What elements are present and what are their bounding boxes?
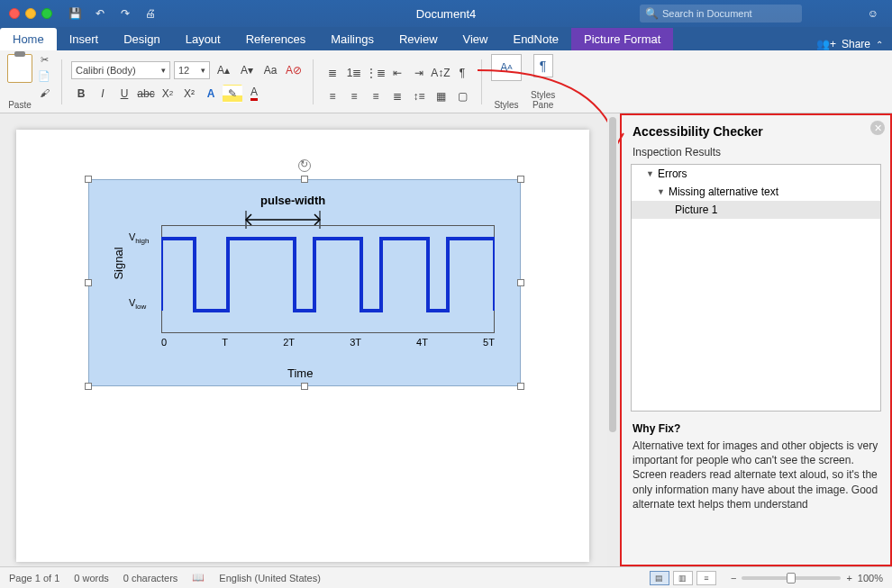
chart-vhigh: Vhigh — [129, 231, 149, 245]
line-spacing-icon[interactable]: ↕≡ — [409, 87, 429, 105]
styles-gallery[interactable]: AA Styles — [491, 54, 522, 110]
sort-icon[interactable]: A↕Z — [431, 64, 451, 82]
decrease-font-icon[interactable]: A▾ — [237, 61, 257, 79]
errors-label: Errors — [658, 167, 687, 180]
tab-references[interactable]: References — [233, 28, 318, 50]
selected-picture[interactable]: pulse-width Signal Time Vhigh Vlow — [88, 179, 521, 386]
italic-button[interactable]: I — [93, 85, 113, 103]
maximize-window-button[interactable] — [41, 8, 52, 19]
increase-indent-icon[interactable]: ⇥ — [409, 64, 429, 82]
tab-view[interactable]: View — [451, 28, 501, 50]
underline-button[interactable]: U — [114, 85, 134, 103]
align-right-icon[interactable]: ≡ — [366, 87, 386, 105]
paste-label: Paste — [8, 100, 32, 110]
align-center-icon[interactable]: ≡ — [344, 87, 364, 105]
resize-handle-tr[interactable] — [517, 176, 524, 183]
tab-design[interactable]: Design — [111, 28, 172, 50]
subscript-button[interactable]: X2 — [158, 85, 177, 103]
share-button[interactable]: 👥+ Share ⌃ — [816, 38, 883, 50]
clear-formatting-icon[interactable]: A⊘ — [284, 61, 304, 79]
status-language[interactable]: English (United States) — [219, 573, 321, 583]
print-icon[interactable]: 🖨 — [141, 4, 160, 23]
quick-access-toolbar: 💾 ↶ ↷ 🖨 — [65, 4, 160, 23]
resize-handle-tl[interactable] — [85, 176, 92, 183]
tree-errors[interactable]: ▼Errors — [632, 165, 880, 183]
spellcheck-icon[interactable]: 📖 — [192, 572, 205, 583]
outline-view-icon[interactable]: ≡ — [696, 571, 716, 585]
cut-icon[interactable]: ✂ — [36, 54, 52, 67]
tree-missing-alt[interactable]: ▼Missing alternative text — [632, 183, 880, 201]
strikethrough-button[interactable]: abc — [136, 85, 156, 103]
zoom-out-button[interactable]: − — [731, 573, 736, 583]
text-effects-icon[interactable]: A — [201, 85, 221, 103]
zoom-value[interactable]: 100% — [858, 573, 883, 583]
format-painter-icon[interactable]: 🖌 — [36, 86, 52, 99]
paste-button[interactable]: Paste — [7, 54, 32, 110]
justify-icon[interactable]: ≣ — [387, 87, 407, 105]
status-words[interactable]: 0 words — [74, 573, 109, 583]
document-area[interactable]: pulse-width Signal Time Vhigh Vlow — [0, 113, 620, 566]
resize-handle-tm[interactable] — [301, 176, 308, 183]
status-page[interactable]: Page 1 of 1 — [9, 573, 59, 583]
tab-picture-format[interactable]: Picture Format — [571, 28, 673, 50]
tab-home[interactable]: Home — [0, 28, 57, 50]
close-window-button[interactable] — [9, 8, 20, 19]
change-case-icon[interactable]: Aa — [260, 61, 280, 79]
align-left-icon[interactable]: ≡ — [323, 87, 342, 105]
superscript-button[interactable]: X² — [179, 85, 199, 103]
web-layout-view-icon[interactable]: ▥ — [673, 571, 693, 585]
status-chars[interactable]: 0 characters — [123, 573, 178, 583]
styles-pane-button[interactable]: ¶ Styles Pane — [531, 54, 555, 110]
save-icon[interactable]: 💾 — [65, 4, 85, 23]
bold-button[interactable]: B — [71, 85, 91, 103]
decrease-indent-icon[interactable]: ⇤ — [387, 64, 407, 82]
results-tree[interactable]: ▼Errors ▼Missing alternative text Pictur… — [631, 164, 881, 412]
feedback-icon[interactable]: ☺ — [863, 4, 883, 23]
print-layout-view-icon[interactable]: ▤ — [650, 571, 669, 585]
page[interactable]: pulse-width Signal Time Vhigh Vlow — [16, 130, 589, 562]
tree-item-picture1[interactable]: Picture 1 — [632, 201, 880, 219]
search-icon: 🔍 — [645, 7, 659, 20]
multilevel-list-icon[interactable]: ⋮≣ — [366, 64, 386, 82]
show-marks-icon[interactable]: ¶ — [452, 64, 472, 82]
chevron-down-icon: ▾ — [201, 66, 205, 75]
zoom-in-button[interactable]: + — [846, 573, 851, 583]
close-panel-button[interactable]: ✕ — [870, 121, 885, 135]
scrollbar-thumb[interactable] — [609, 117, 616, 432]
zoom-thumb[interactable] — [787, 573, 796, 583]
panel-subtitle: Inspection Results — [622, 144, 890, 164]
bullets-icon[interactable]: ≣ — [323, 64, 342, 82]
increase-font-icon[interactable]: A▴ — [214, 61, 233, 79]
ribbon: Paste ✂ 📄 🖌 Calibri (Body)▾ 12▾ A▴ A▾ Aa… — [0, 50, 892, 113]
resize-handle-br[interactable] — [517, 383, 524, 390]
tab-layout[interactable]: Layout — [173, 28, 233, 50]
borders-icon[interactable]: ▢ — [452, 87, 472, 105]
resize-handle-ml[interactable] — [85, 279, 92, 286]
search-input[interactable] — [662, 8, 796, 19]
tab-insert[interactable]: Insert — [57, 28, 112, 50]
collapse-ribbon-icon[interactable]: ⌃ — [876, 40, 883, 50]
zoom-slider[interactable] — [742, 576, 841, 580]
tab-mailings[interactable]: Mailings — [318, 28, 387, 50]
copy-icon[interactable]: 📄 — [36, 70, 52, 83]
highlight-icon[interactable]: ✎ — [223, 85, 242, 103]
redo-icon[interactable]: ↷ — [115, 4, 135, 23]
vertical-scrollbar[interactable] — [607, 113, 618, 566]
zoom-control: − + 100% — [731, 573, 883, 583]
font-name-combo[interactable]: Calibri (Body)▾ — [71, 61, 170, 79]
minimize-window-button[interactable] — [25, 8, 36, 19]
resize-handle-bm[interactable] — [301, 383, 308, 390]
rotation-handle[interactable] — [298, 159, 311, 172]
shading-icon[interactable]: ▦ — [431, 87, 451, 105]
tab-endnote[interactable]: EndNote — [500, 28, 571, 50]
picture-selection[interactable]: pulse-width Signal Time Vhigh Vlow — [88, 179, 521, 386]
tab-review[interactable]: Review — [387, 28, 451, 50]
resize-handle-mr[interactable] — [517, 279, 524, 286]
font-color-icon[interactable]: A — [244, 85, 264, 103]
search-box[interactable]: 🔍 — [640, 5, 802, 23]
numbering-icon[interactable]: 1≣ — [344, 64, 364, 82]
undo-icon[interactable]: ↶ — [90, 4, 110, 23]
font-size-combo[interactable]: 12▾ — [174, 61, 210, 79]
chart: pulse-width Signal Time Vhigh Vlow — [107, 189, 502, 376]
resize-handle-bl[interactable] — [85, 383, 92, 390]
